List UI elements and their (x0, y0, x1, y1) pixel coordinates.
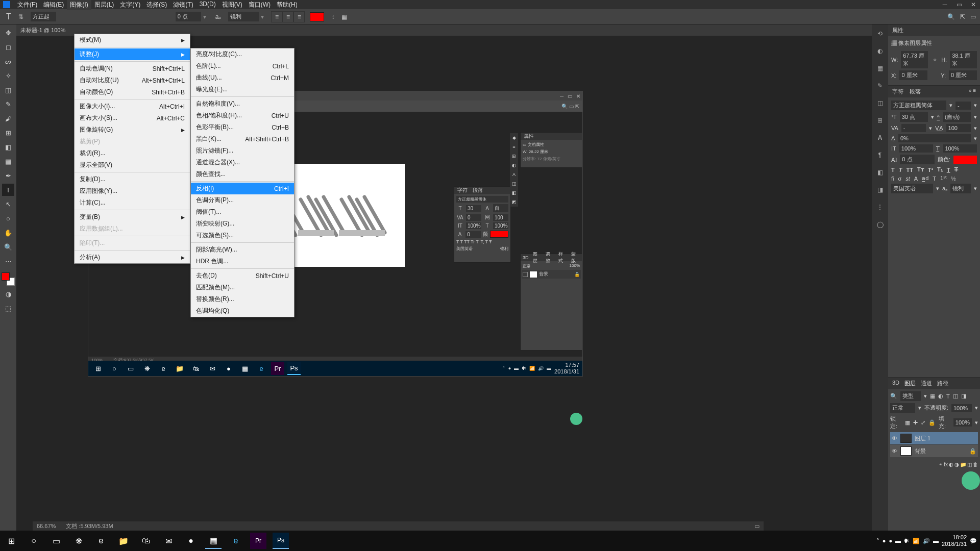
subscript-button[interactable]: T₁ (937, 166, 943, 173)
menuitem-黑白[interactable]: 黑白(K)...Alt+Shift+Ctrl+B (191, 133, 294, 145)
menuitem-裁切[interactable]: 裁切(R)... (75, 147, 190, 159)
menuitem-曝光度[interactable]: 曝光度(E)... (191, 84, 294, 95)
explorer-icon[interactable]: 📁 (115, 533, 132, 549)
menuitem-复制[interactable]: 复制(D)... (75, 173, 190, 185)
glyph-a-icon[interactable]: A (875, 133, 885, 143)
font-size-field[interactable]: 0 点 (176, 12, 201, 21)
layer-filter[interactable]: 类型 (900, 391, 921, 401)
menu-滤镜[interactable]: 滤镜(T) (170, 0, 196, 10)
styles-icon[interactable]: ⊞ (875, 115, 885, 126)
smallcaps-button[interactable]: Tᴛ (917, 166, 924, 173)
eyedropper-tool[interactable]: ✎ (2, 98, 14, 110)
para-style-icon[interactable]: ◨ (875, 185, 885, 195)
menuitem-显示全部[interactable]: 显示全部(V) (75, 159, 190, 171)
adjustments-icon[interactable]: ◫ (875, 98, 885, 108)
color-picker[interactable] (2, 272, 15, 286)
menuitem-颜色查找[interactable]: 颜色查找... (191, 168, 294, 180)
menu-图像[interactable]: 图像(I) (67, 0, 91, 10)
italic-button[interactable]: T (899, 167, 902, 173)
nested-props-tab[interactable]: 属性 (524, 133, 534, 140)
cc-lib-icon[interactable]: ◯ (875, 219, 885, 230)
filter-shape-icon[interactable]: ◫ (953, 393, 958, 399)
menuitem-色相/饱和度[interactable]: 色相/饱和度(H)...Ctrl+U (191, 110, 294, 121)
menu-编辑[interactable]: 编辑(E) (40, 0, 67, 10)
tray-up-icon[interactable]: ˄ (876, 538, 879, 544)
workspace-icon[interactable]: ▭ (970, 13, 976, 20)
menuitem-色调分离[interactable]: 色调分离(P)... (191, 194, 294, 206)
tray-icon1[interactable]: ● (883, 538, 886, 544)
clock[interactable]: 18:02 2018/1/31 (942, 534, 967, 547)
menu-选择[interactable]: 选择(S) (143, 0, 170, 10)
tab-通道[interactable]: 通道 (921, 380, 932, 387)
text-color-swatch[interactable] (310, 12, 324, 21)
menu-视图[interactable]: 视图(V) (219, 0, 246, 10)
language[interactable]: 美国英语 (891, 184, 933, 193)
mail-icon[interactable]: ✉ (160, 533, 177, 549)
zoom-tool[interactable]: 🔍 (2, 241, 14, 253)
menu-文件[interactable]: 文件(F) (14, 0, 40, 10)
font-size[interactable]: 30 点 (900, 112, 928, 122)
gradient-tool[interactable]: ▦ (2, 155, 14, 167)
hscale[interactable]: 100% (943, 144, 977, 153)
chat-icon[interactable]: ● (183, 533, 199, 549)
mask-icon[interactable]: ◐ (949, 462, 953, 467)
move-tool[interactable]: ✥ (2, 27, 14, 39)
menuitem-曲线[interactable]: 曲线(U)...Ctrl+M (191, 72, 294, 84)
baseline[interactable]: 0% (898, 134, 971, 142)
link-layers-icon[interactable]: ⚭ (939, 462, 943, 467)
screen-mode-icon[interactable]: ⬚ (2, 302, 14, 314)
nested-para-tab[interactable]: 段落 (473, 187, 483, 194)
vscale[interactable]: 100% (899, 144, 934, 153)
swatches-icon[interactable]: ▦ (875, 63, 885, 73)
filter-img-icon[interactable]: ▦ (930, 393, 935, 399)
menuitem-替换颜色[interactable]: 替换颜色(R)... (191, 293, 294, 305)
menu-窗口[interactable]: 窗口(W) (246, 0, 274, 10)
store-icon[interactable]: 🛍 (138, 533, 154, 549)
shape-tool[interactable]: ○ (2, 212, 14, 224)
paragraph-tab[interactable]: 段落 (910, 88, 921, 95)
properties-tab[interactable]: 属性 (888, 24, 980, 36)
more-tool[interactable]: ⋯ (2, 255, 14, 267)
x-field[interactable]: 0 厘米 (899, 70, 927, 80)
stamp-tool[interactable]: ⊞ (2, 127, 14, 139)
assist-bubble-icon[interactable] (962, 471, 980, 490)
link-icon[interactable]: ⚭ (931, 56, 938, 63)
menu-帮助[interactable]: 帮助(H) (274, 0, 301, 10)
menuitem-匹配颜色[interactable]: 匹配颜色(M)... (191, 282, 294, 293)
menuitem-阈值[interactable]: 阈值(T)... (191, 206, 294, 218)
layer-图层 1[interactable]: 👁图层 1 (890, 432, 978, 444)
nested-layer-bg[interactable]: 背景 🔒 (522, 270, 581, 279)
menuitem-调整[interactable]: 调整(J)▶ (75, 48, 190, 60)
visibility-icon[interactable]: 👁 (892, 435, 897, 441)
start-button[interactable]: ⊞ (3, 533, 19, 549)
search-icon[interactable]: 🔍 (947, 13, 955, 20)
adj-layer-icon[interactable]: ◑ (954, 462, 959, 467)
orientation-icon[interactable]: ⇅ (18, 13, 23, 20)
share-icon[interactable]: ⇱ (960, 13, 965, 20)
opacity[interactable]: 100% (951, 404, 972, 412)
nested-char-color[interactable] (490, 231, 508, 238)
width-field[interactable]: 67.73 厘米 (901, 51, 928, 68)
filter-adj-icon[interactable]: ◐ (938, 393, 943, 399)
hand-tool[interactable]: ✋ (2, 227, 14, 239)
eraser-tool[interactable]: ◧ (2, 141, 14, 153)
new-layer-icon[interactable]: ◫ (967, 462, 972, 467)
group-icon[interactable]: 📁 (960, 462, 966, 467)
nested-font-field[interactable]: 方正超粗黑简体 (456, 196, 508, 203)
edge2-icon[interactable]: e (228, 533, 244, 549)
menuitem-图像大小[interactable]: 图像大小(I)...Alt+Ctrl+I (75, 101, 190, 112)
nested-layers-tab[interactable]: 图层 (533, 251, 542, 264)
volume-icon[interactable]: 🔊 (923, 538, 930, 544)
nested-char-tab[interactable]: 字符 (457, 187, 468, 194)
menuitem-HDR 色调[interactable]: HDR 色调... (191, 256, 294, 267)
menuitem-分析[interactable]: 分析(A)▶ (75, 252, 190, 263)
taskview-icon[interactable]: ▭ (48, 533, 64, 549)
lasso-tool[interactable]: ᔕ (2, 55, 14, 67)
font-family[interactable]: 方正超粗黑简体 (891, 101, 946, 110)
menuitem-自动色调[interactable]: 自动色调(N)Shift+Ctrl+L (75, 63, 190, 74)
cortana-icon[interactable]: ○ (26, 533, 42, 549)
fi-lig-icon[interactable]: fi (891, 176, 894, 182)
visibility-icon[interactable] (523, 272, 528, 277)
zoom-level[interactable]: 66.67% (37, 523, 56, 529)
menuitem-色调均化[interactable]: 色调均化(Q) (191, 305, 294, 317)
